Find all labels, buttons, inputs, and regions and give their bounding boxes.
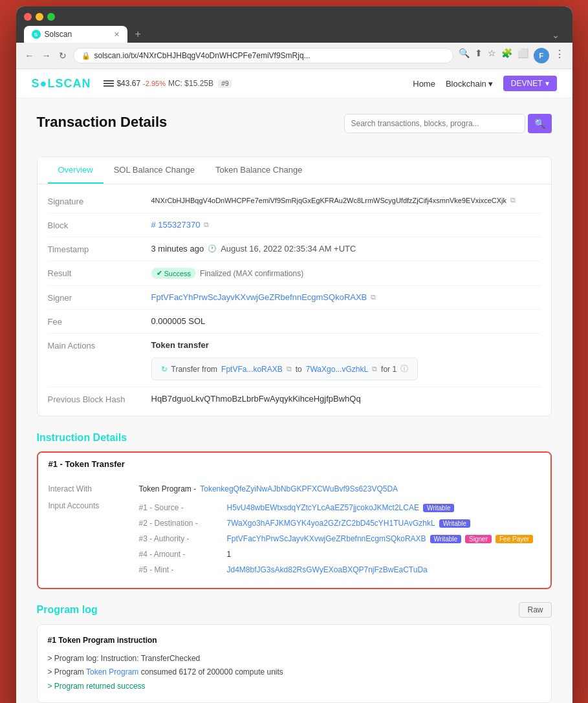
timestamp-label: Timestamp [48, 244, 151, 254]
account-2-row: #2 - Destination - 7WaXgo3hAFJKMGYK4yoa2… [139, 519, 471, 528]
log-card: #1 Token Program instruction > Program l… [37, 624, 552, 703]
signature-row: Signature 4NXrCbHJHBqgV4oDnWHCPFe7emiVf9… [48, 189, 541, 213]
success-badge: ✔ Success [151, 268, 197, 279]
url-text: solscan.io/tx/4NXrCbHJHBqgV4oDnWHCPFe7em… [94, 51, 445, 60]
search-button[interactable]: 🔍 [528, 114, 552, 133]
minimize-traffic-light[interactable] [36, 13, 43, 21]
transfer-from-copy[interactable]: ⧉ [287, 365, 292, 373]
search-icon[interactable]: 🔍 [459, 48, 470, 63]
fee-label: Fee [48, 316, 151, 327]
account-1-writable-badge: Writable [423, 504, 455, 512]
page-title: Transaction Details [37, 114, 168, 131]
tab-close-button[interactable]: ✕ [114, 30, 120, 39]
browser-window: S Solscan ✕ + ⌄ ← → ↻ 🔒 solscan.io/tx/4N… [16, 6, 572, 703]
signer-copy-icon[interactable]: ⧉ [371, 293, 376, 301]
refresh-icon: ↻ [161, 365, 168, 374]
account-1-row: #1 - Source - H5vU48wbEWtxsdqYZtcYLcAaEZ… [139, 503, 455, 512]
account-3-link[interactable]: FptVFacYhPrwScJayvKXvwjGeZRbefnnEcgmSQko… [227, 534, 426, 543]
signer-link[interactable]: FptVFacYhPrwScJayvKXvwjGeZRbefnnEcgmSQko… [151, 292, 367, 302]
chevron-down-icon: ▾ [488, 79, 493, 89]
puzzle-icon[interactable]: 🧩 [501, 48, 512, 63]
account-3-signer-badge: Signer [465, 535, 492, 543]
bookmark-icon[interactable]: ☆ [488, 48, 496, 63]
tab-token-balance[interactable]: Token Balance Change [205, 157, 312, 184]
input-accounts-row: Input Accounts #1 - Source - H5vU48wbEWt… [49, 497, 540, 580]
back-button[interactable]: ← [24, 49, 36, 62]
block-value: # 155327370 ⧉ [151, 220, 541, 230]
instruction-card: #1 - Token Transfer Interact With Token … [37, 451, 552, 589]
signature-label: Signature [48, 196, 151, 206]
instruction-header: #1 - Token Transfer [38, 453, 550, 475]
interact-with-label: Interact With [49, 484, 139, 493]
profile-button[interactable]: F [534, 48, 549, 63]
url-box[interactable]: 🔒 solscan.io/tx/4NXrCbHJHBqgV4oDnWHCPFe7… [73, 48, 453, 63]
token-program-log-link[interactable]: Token Program [86, 667, 138, 676]
reload-button[interactable]: ↻ [58, 49, 68, 62]
download-icon[interactable]: ⬆ [475, 48, 483, 63]
input-accounts-value: #1 - Source - H5vU48wbEWtxsdqYZtcYLcAaEZ… [139, 501, 540, 576]
instruction-body: Interact With Token Program - TokenkegQf… [38, 475, 550, 588]
nav-blockchain[interactable]: Blockchain ▾ [446, 79, 493, 89]
block-link[interactable]: # 155327370 [151, 220, 201, 230]
forward-button[interactable]: → [41, 49, 52, 62]
signature-value: 4NXrCbHJHBqgV4oDnWHCPFe7emiVf9SmRjqGxEgK… [151, 196, 541, 204]
finalized-text: Finalized (MAX confirmations) [200, 269, 303, 278]
account-4-value: 1 [227, 550, 232, 559]
nav-right: Home Blockchain ▾ DEVNET ▾ [413, 76, 556, 91]
account-1-label: #1 - Source - [139, 503, 223, 512]
transfer-from-link[interactable]: FptVFa...koRAXB [221, 365, 283, 374]
signer-value: FptVFacYhPrwScJayvKXvwjGeZRbefnnEcgmSQko… [151, 292, 541, 302]
account-1-link[interactable]: H5vU48wbEWtxsdqYZtcYLcAaEZ57jjcokoJKMct2… [227, 503, 419, 512]
devnet-button[interactable]: DEVNET ▾ [503, 76, 557, 91]
price-value: $43.67 [116, 79, 140, 88]
search-input[interactable] [351, 119, 518, 128]
clock-icon: 🕐 [208, 244, 217, 253]
search-box[interactable] [344, 114, 525, 133]
tab-bar-ext: ⌄ [547, 27, 565, 43]
tab-sol-balance[interactable]: SOL Balance Change [103, 157, 205, 184]
timestamp-value: 3 minutes ago 🕐 August 16, 2022 02:35:34… [151, 244, 541, 254]
maximize-traffic-light[interactable] [47, 13, 55, 21]
signer-row: Signer FptVFacYhPrwScJayvKXvwjGeZRbefnnE… [48, 286, 541, 310]
result-label: Result [48, 268, 151, 278]
main-actions-row: Main Actions Token transfer ↻ Transfer f… [48, 334, 541, 387]
sol-price: $43.67 -2.95% [116, 79, 166, 88]
account-2-label: #2 - Destination - [139, 519, 223, 528]
check-icon: ✔ [157, 269, 162, 277]
transfer-to-link[interactable]: 7WaXgo...vGzhkL [306, 365, 368, 374]
account-5-link[interactable]: Jd4M8bfJG3sAkd82RsGWyEXoaBXQP7njFzBwEaCT… [227, 565, 428, 574]
token-program-link[interactable]: TokenkegQfeZyiNwAJbNbGKPFXCWuBvf9Ss623VQ… [200, 484, 398, 493]
solscan-navbar: S●LSCAN $43.67 -2.95% MC: $15.25B #9 Hom… [16, 69, 572, 98]
account-2-link[interactable]: 7WaXgo3hAFJKMGYK4yoa2GZrZC2bD45cYH1TUAvG… [227, 519, 435, 528]
hamburger-icon[interactable] [103, 80, 114, 87]
devnet-chevron-icon: ▾ [545, 79, 549, 88]
new-tab-button[interactable]: + [130, 26, 146, 43]
input-accounts-label: Input Accounts [49, 501, 139, 510]
nav-home[interactable]: Home [413, 79, 435, 89]
tab-overview[interactable]: Overview [48, 157, 103, 184]
split-icon[interactable]: ⬜ [517, 48, 528, 63]
account-4-row: #4 - Amount - 1 [139, 550, 232, 559]
program-log-header: Program log Raw [37, 602, 552, 618]
main-content: Transaction Details 🔍 Overview SOL Balan… [16, 98, 572, 703]
solscan-logo: S●LSCAN [32, 77, 91, 91]
browser-tab-solscan[interactable]: S Solscan ✕ [24, 26, 127, 43]
close-traffic-light[interactable] [24, 13, 32, 21]
program-log-title: Program log [37, 604, 98, 616]
account-3-writable-badge: Writable [430, 535, 462, 543]
tab-title: Solscan [45, 30, 72, 39]
prev-block-hash-value: HqB7dguoLkvQThmoBzLbrbFwAyqykKihceHgjfpB… [151, 394, 541, 404]
account-4-label: #4 - Amount - [139, 550, 223, 559]
log-line-1: > Program log: Instruction: TransferChec… [48, 652, 541, 666]
menu-button[interactable]: ⋮ [554, 48, 565, 63]
account-3-label: #3 - Authority - [139, 534, 223, 543]
browser-chrome: S Solscan ✕ + ⌄ [16, 6, 572, 43]
page-content: S●LSCAN $43.67 -2.95% MC: $15.25B #9 Hom… [16, 69, 572, 703]
main-actions-value: Token transfer ↻ Transfer from FptVFa...… [151, 340, 541, 380]
tab-bar: S Solscan ✕ + ⌄ [24, 26, 565, 43]
raw-button[interactable]: Raw [519, 602, 551, 618]
price-change: -2.95% [143, 80, 166, 87]
signature-copy-icon[interactable]: ⧉ [510, 196, 516, 204]
transfer-to-copy[interactable]: ⧉ [372, 365, 377, 373]
block-copy-icon[interactable]: ⧉ [204, 221, 209, 229]
